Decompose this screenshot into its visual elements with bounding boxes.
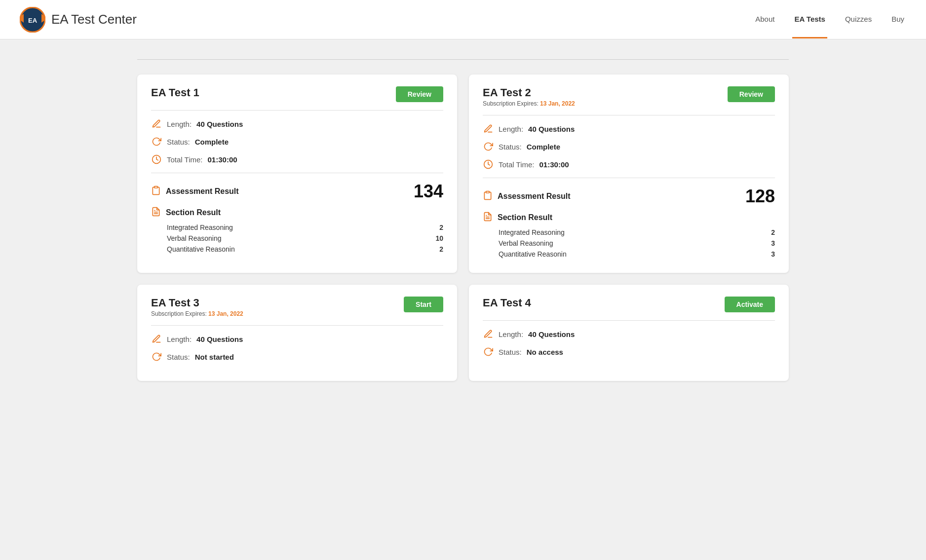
section-value: 10 — [435, 234, 443, 242]
cards-grid: EA Test 1 Review Length: 40 Questions St… — [137, 75, 789, 381]
time-label: Total Time: — [167, 155, 203, 164]
status-row: Status: No access — [483, 346, 775, 357]
refresh-icon — [151, 351, 162, 362]
assessment-icon — [483, 190, 493, 202]
card-header-divider — [483, 115, 775, 115]
card-title: EA Test 1 — [151, 86, 199, 99]
main-content: EA Test 1 Review Length: 40 Questions St… — [117, 39, 809, 401]
refresh-icon — [483, 141, 494, 152]
card-title-block: EA Test 2 Subscription Expires: 13 Jan, … — [483, 86, 575, 107]
card-header-divider — [151, 110, 443, 111]
inner-divider — [483, 178, 775, 178]
top-divider — [137, 59, 789, 60]
card-title-block: EA Test 3 Subscription Expires: 13 Jan, … — [151, 297, 243, 317]
card-ea-test-2: EA Test 2 Subscription Expires: 13 Jan, … — [469, 75, 789, 273]
section-value: 2 — [771, 228, 775, 236]
assessment-row: Assessment Result 128 — [483, 186, 775, 207]
card-header: EA Test 2 Subscription Expires: 13 Jan, … — [483, 86, 775, 107]
card-subscription: Subscription Expires: 13 Jan, 2022 — [151, 310, 243, 317]
logo-icon: EA — [20, 7, 45, 33]
nav-item-quizzes[interactable]: Quizzes — [843, 1, 874, 38]
length-row: Length: 40 Questions — [483, 123, 775, 134]
assessment-icon — [151, 186, 161, 197]
site-title: EA Test Center — [51, 12, 137, 27]
assessment-label: Assessment Result — [483, 190, 571, 202]
status-value: Complete — [195, 138, 229, 146]
card-ea-test-3: EA Test 3 Subscription Expires: 13 Jan, … — [137, 285, 457, 381]
section-row: Verbal Reasoning 10 — [151, 234, 443, 242]
status-label: Status: — [499, 143, 522, 151]
card-action-button[interactable]: Review — [396, 86, 443, 102]
card-ea-test-4: EA Test 4 Activate Length: 40 Questions … — [469, 285, 789, 381]
time-label: Total Time: — [499, 160, 535, 169]
refresh-icon — [483, 346, 494, 357]
status-label: Status: — [167, 353, 190, 361]
main-nav: About EA Tests Quizzes Buy — [753, 0, 906, 39]
card-title: EA Test 3 — [151, 297, 243, 309]
status-value: Not started — [195, 353, 234, 361]
assessment-label: Assessment Result — [151, 186, 239, 197]
nav-item-buy[interactable]: Buy — [889, 1, 906, 38]
section-value: 3 — [771, 239, 775, 247]
length-label: Length: — [499, 125, 523, 133]
card-header: EA Test 3 Subscription Expires: 13 Jan, … — [151, 297, 443, 317]
section-label: Section Result — [483, 212, 775, 224]
section-icon — [151, 207, 161, 219]
svg-rect-5 — [154, 187, 158, 188]
section-row: Quantitative Reasonin 3 — [483, 250, 775, 258]
card-header-divider — [151, 325, 443, 326]
status-value: Complete — [527, 143, 560, 151]
card-action-button[interactable]: Start — [404, 297, 443, 312]
status-row: Status: Complete — [151, 136, 443, 147]
length-value: 40 Questions — [528, 125, 575, 133]
nav-item-about[interactable]: About — [753, 1, 776, 38]
card-title-block: EA Test 4 — [483, 297, 531, 309]
length-value: 40 Questions — [196, 120, 243, 128]
section-name: Integrated Reasoning — [499, 228, 565, 236]
nav-item-ea-tests[interactable]: EA Tests — [792, 1, 827, 38]
pencil-icon — [151, 334, 162, 344]
svg-rect-9 — [486, 191, 490, 193]
length-label: Length: — [167, 120, 192, 128]
card-action-button[interactable]: Activate — [725, 297, 775, 312]
clock-icon — [151, 154, 162, 165]
card-subscription: Subscription Expires: 13 Jan, 2022 — [483, 100, 575, 107]
section-row: Integrated Reasoning 2 — [151, 224, 443, 231]
length-label: Length: — [167, 335, 192, 343]
section-name: Verbal Reasoning — [167, 234, 222, 242]
inner-divider — [151, 173, 443, 173]
pencil-icon — [483, 329, 494, 339]
pencil-icon — [151, 118, 162, 129]
card-title-block: EA Test 1 — [151, 86, 199, 99]
section-name: Quantitative Reasonin — [167, 245, 235, 253]
section-row: Integrated Reasoning 2 — [483, 228, 775, 236]
svg-text:EA: EA — [28, 17, 38, 24]
status-row: Status: Complete — [483, 141, 775, 152]
length-label: Length: — [499, 330, 523, 338]
status-value: No access — [527, 348, 563, 356]
time-row: Total Time: 01:30:00 — [483, 159, 775, 170]
section-value: 2 — [439, 224, 443, 231]
time-value: 01:30:00 — [540, 160, 569, 169]
length-row: Length: 40 Questions — [483, 329, 775, 339]
time-row: Total Time: 01:30:00 — [151, 154, 443, 165]
clock-icon — [483, 159, 494, 170]
status-row: Status: Not started — [151, 351, 443, 362]
section-label: Section Result — [151, 207, 443, 219]
section-icon — [483, 212, 493, 224]
section-name: Verbal Reasoning — [499, 239, 553, 247]
card-ea-test-1: EA Test 1 Review Length: 40 Questions St… — [137, 75, 457, 273]
assessment-score: 128 — [745, 186, 775, 207]
status-label: Status: — [499, 348, 522, 356]
assessment-row: Assessment Result 134 — [151, 181, 443, 202]
section-row: Verbal Reasoning 3 — [483, 239, 775, 247]
time-value: 01:30:00 — [208, 155, 237, 164]
refresh-icon — [151, 136, 162, 147]
status-label: Status: — [167, 138, 190, 146]
length-row: Length: 40 Questions — [151, 334, 443, 344]
card-action-button[interactable]: Review — [728, 86, 775, 102]
card-header-divider — [483, 320, 775, 321]
card-title: EA Test 2 — [483, 86, 575, 99]
assessment-score: 134 — [414, 181, 443, 202]
card-header: EA Test 4 Activate — [483, 297, 775, 312]
